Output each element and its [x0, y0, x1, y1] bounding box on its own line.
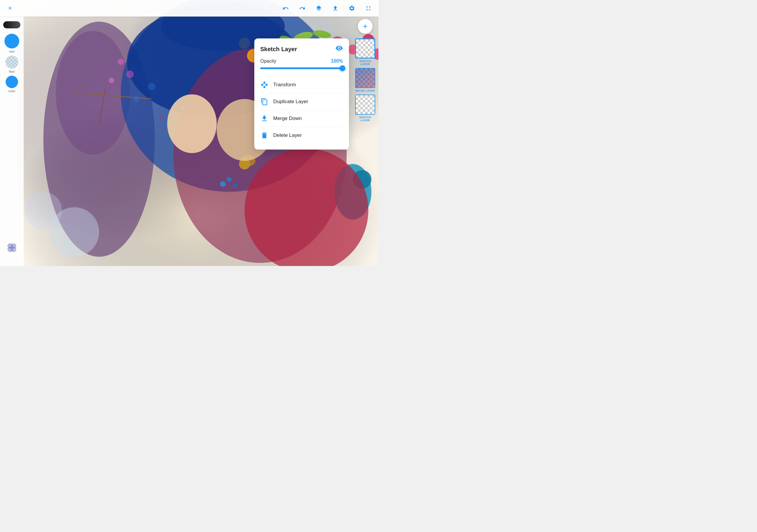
settings-icon — [348, 5, 355, 12]
opacity-row: Opacity 100% — [260, 59, 343, 64]
upload-icon — [332, 5, 339, 12]
transform-label: Transform — [273, 82, 296, 88]
redo-icon — [299, 5, 305, 12]
clover-icon — [7, 242, 17, 253]
svg-point-33 — [220, 181, 226, 187]
delete-layer-menu-item[interactable]: Delete Layer — [260, 127, 343, 144]
duplicate-icon — [260, 98, 268, 106]
visibility-toggle[interactable] — [335, 44, 343, 54]
svg-point-31 — [227, 177, 231, 182]
color-circle — [6, 76, 18, 88]
svg-point-27 — [109, 78, 114, 83]
opacity-slider-thumb — [340, 65, 346, 71]
redo-button[interactable] — [297, 3, 308, 14]
svg-point-32 — [233, 184, 237, 188]
layer-thumbnail-sketch-bottom — [355, 95, 375, 115]
fullscreen-button[interactable] — [363, 3, 374, 14]
layer-item-sketch-bottom[interactable]: SKETCH LAYER — [355, 95, 376, 122]
checker-pattern — [356, 39, 374, 58]
opacity-label: Opacity — [260, 59, 276, 64]
duplicate-layer-menu-item[interactable]: Duplicate Layer — [260, 93, 343, 110]
duplicate-label: Duplicate Layer — [273, 99, 308, 104]
flow-circle — [5, 56, 18, 69]
settings-button[interactable] — [347, 3, 357, 14]
color-tool[interactable]: color — [6, 76, 18, 93]
svg-point-50 — [11, 247, 16, 252]
flow-label: flow — [9, 70, 15, 73]
merge-icon — [260, 114, 268, 123]
undo-button[interactable] — [280, 3, 291, 14]
close-icon: × — [8, 4, 12, 12]
size-circle — [4, 34, 19, 48]
context-menu: Sketch Layer Opacity 100% Transform Dupl — [254, 39, 349, 150]
right-panel: + SKETCH LAYER IMAGE LAYER SKETCH LAYER — [352, 16, 378, 266]
opacity-slider-fill — [260, 67, 343, 69]
eye-icon — [335, 44, 343, 52]
close-button[interactable]: × — [5, 3, 15, 14]
svg-point-5 — [56, 31, 130, 155]
layer-thumbnail-image — [355, 68, 375, 88]
opacity-value: 100% — [331, 59, 343, 64]
transform-menu-item[interactable]: Transform — [260, 76, 343, 93]
svg-point-25 — [118, 59, 124, 65]
fullscreen-icon — [365, 5, 372, 12]
merge-down-menu-item[interactable]: Merge Down — [260, 110, 343, 127]
left-panel: size flow color — [0, 16, 24, 266]
svg-point-41 — [159, 116, 162, 119]
svg-point-23 — [148, 83, 155, 90]
layer-label-image: IMAGE LAYER — [355, 89, 375, 92]
add-layer-button[interactable]: + — [358, 19, 373, 34]
layers-icon — [316, 5, 322, 12]
top-toolbar: × — [0, 0, 378, 16]
flow-tool[interactable]: flow — [5, 56, 18, 73]
layer-item-image[interactable]: IMAGE LAYER — [355, 68, 376, 92]
brush-stroke-preview — [3, 21, 20, 28]
merge-label: Merge Down — [273, 116, 302, 122]
color-label: color — [8, 89, 15, 93]
svg-point-26 — [126, 71, 134, 78]
size-tool[interactable]: size — [4, 34, 19, 53]
toolbar-right — [280, 3, 374, 14]
transform-icon — [260, 81, 268, 89]
context-menu-title: Sketch Layer — [260, 46, 297, 53]
layers-button[interactable] — [314, 3, 324, 14]
layer-item-sketch-top[interactable]: SKETCH LAYER — [355, 39, 376, 66]
layer-label-sketch-top: SKETCH LAYER — [355, 60, 376, 66]
layer-label-sketch-bottom: SKETCH LAYER — [355, 116, 376, 122]
delete-icon — [260, 131, 268, 139]
opacity-slider[interactable] — [260, 67, 343, 69]
context-menu-header: Sketch Layer — [260, 44, 343, 54]
size-label: size — [9, 50, 15, 53]
symmetry-button[interactable] — [7, 242, 17, 254]
upload-button[interactable] — [330, 3, 341, 14]
add-icon: + — [363, 21, 368, 31]
svg-point-45 — [167, 94, 217, 153]
checker-pattern-3 — [356, 95, 375, 114]
svg-point-24 — [133, 96, 139, 102]
undo-icon — [283, 5, 289, 12]
layer-thumbnail-sketch-top — [355, 39, 375, 59]
svg-point-37 — [25, 192, 62, 229]
delete-label: Delete Layer — [273, 133, 302, 138]
